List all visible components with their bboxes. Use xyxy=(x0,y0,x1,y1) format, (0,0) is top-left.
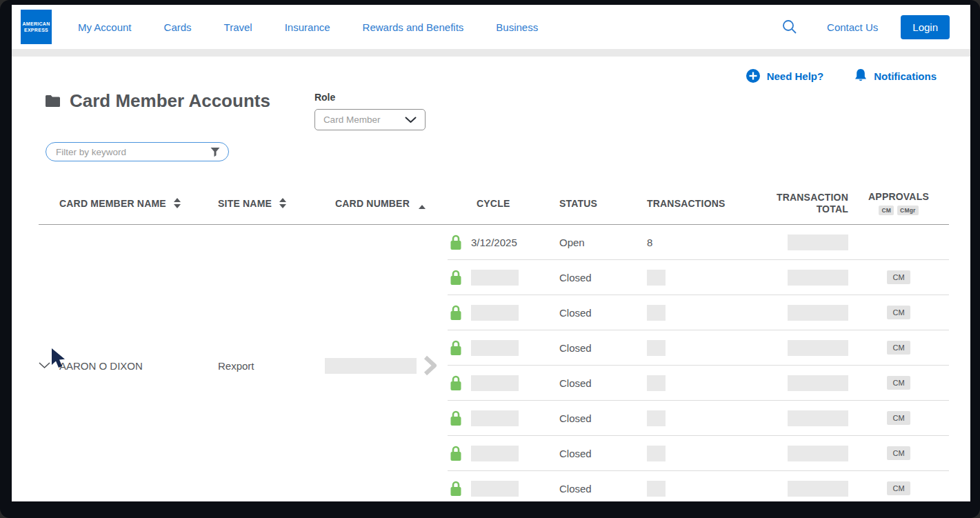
redacted-value xyxy=(471,481,519,497)
lock-cell xyxy=(448,269,471,286)
header-site-name-label: SITE NAME xyxy=(218,198,272,209)
header-approvals-label: APPROVALS xyxy=(848,191,949,202)
expand-chevron-icon[interactable] xyxy=(39,362,50,369)
approvals-cell: CM xyxy=(848,341,949,355)
nav-link[interactable]: Rewards and Benefits xyxy=(363,21,464,33)
role-select[interactable]: Card Member xyxy=(314,109,426,130)
account-card-number-cell xyxy=(325,355,448,376)
redacted-value xyxy=(471,410,519,426)
statement-row[interactable]: Closed CM xyxy=(448,330,949,366)
transaction-total-cell xyxy=(732,446,848,461)
transaction-total-cell xyxy=(732,235,848,250)
redacted-value xyxy=(647,340,666,356)
redacted-value xyxy=(647,270,666,286)
utility-bar: Need Help? Notifications xyxy=(12,57,970,83)
screenshot-frame: AMERICAN EXPRESS My AccountCardsTravelIn… xyxy=(0,0,980,518)
status-cell: Closed xyxy=(559,483,647,495)
status-cell: Closed xyxy=(559,307,647,319)
redacted-value xyxy=(788,340,848,356)
redacted-value xyxy=(471,305,519,321)
transactions-cell xyxy=(647,305,732,321)
cycle-cell xyxy=(471,410,559,426)
page-title-text: Card Member Accounts xyxy=(70,90,270,112)
account-site-cell: Rexport xyxy=(218,360,325,372)
nav-link[interactable]: Business xyxy=(496,21,538,33)
approvals-cell: CM xyxy=(848,411,949,425)
lock-icon xyxy=(450,304,462,321)
redacted-value xyxy=(647,410,666,426)
header-cycle: CYCLE xyxy=(471,198,559,209)
statement-row[interactable]: 3/12/2025 Open 8 xyxy=(448,225,949,260)
legend-cm-badge: CM xyxy=(879,206,894,215)
login-button[interactable]: Login xyxy=(901,15,950,39)
cycle-cell xyxy=(471,375,559,391)
transactions-cell xyxy=(647,340,732,356)
lock-icon xyxy=(450,234,462,250)
redacted-value xyxy=(471,340,519,356)
nav-link[interactable]: Cards xyxy=(164,21,192,33)
account-row: AARON O DIXON Rexport xyxy=(39,225,448,501)
role-filter-group: Role Card Member xyxy=(314,90,426,130)
lock-cell xyxy=(448,445,471,461)
funnel-icon[interactable] xyxy=(210,146,221,157)
nav-divider xyxy=(12,49,970,57)
statement-row[interactable]: Closed CM xyxy=(448,295,949,330)
redacted-value xyxy=(471,375,519,391)
chevron-right-icon[interactable] xyxy=(421,355,439,376)
redacted-value xyxy=(788,235,848,250)
approvals-cell: CM xyxy=(848,481,949,495)
sort-icon-card-member-name[interactable] xyxy=(174,198,181,208)
search-icon[interactable] xyxy=(781,18,799,36)
lock-icon xyxy=(450,480,462,497)
lock-icon xyxy=(450,339,462,356)
accounts-table: CARD MEMBER NAME SITE NAME CARD NUMBER xyxy=(39,191,949,501)
sort-icon-site-name[interactable] xyxy=(279,198,286,208)
lock-cell xyxy=(448,304,471,321)
nav-links: My AccountCardsTravelInsuranceRewards an… xyxy=(78,21,570,33)
need-help-label: Need Help? xyxy=(767,70,824,82)
statement-rows: 3/12/2025 Open 8 Closed CM Closed CM xyxy=(448,225,949,501)
need-help-link[interactable]: Need Help? xyxy=(746,68,824,83)
lock-icon xyxy=(450,375,462,391)
nav-link[interactable]: Travel xyxy=(224,21,252,33)
folder-icon xyxy=(45,94,61,108)
redacted-value xyxy=(647,446,666,461)
nav-link[interactable]: My Account xyxy=(78,21,132,33)
sort-asc-icon-card-number[interactable] xyxy=(419,194,426,205)
statement-row[interactable]: Closed CM xyxy=(448,436,949,471)
table-body: AARON O DIXON Rexport 3/12/2025 Ope xyxy=(39,225,949,501)
contact-us-link[interactable]: Contact Us xyxy=(827,21,878,33)
nav-link[interactable]: Insurance xyxy=(285,21,330,33)
redacted-value xyxy=(647,305,666,321)
redacted-value xyxy=(788,446,848,461)
transactions-cell xyxy=(647,446,732,461)
approvals-cell: CM xyxy=(848,270,949,284)
title-row: Card Member Accounts Role Card Member xyxy=(12,83,970,130)
status-cell: Closed xyxy=(559,448,647,459)
header-transactions: TRANSACTIONS xyxy=(647,198,732,209)
role-selected-value: Card Member xyxy=(323,114,381,125)
statement-row[interactable]: Closed CM xyxy=(448,471,949,501)
chevron-down-icon xyxy=(405,117,417,123)
keyword-filter-input[interactable] xyxy=(56,147,210,157)
keyword-filter[interactable] xyxy=(46,142,229,161)
transaction-total-cell xyxy=(732,410,848,426)
cycle-cell xyxy=(471,481,559,497)
cycle-cell xyxy=(471,270,559,286)
statement-row[interactable]: Closed CM xyxy=(448,260,949,295)
statement-row[interactable]: Closed CM xyxy=(448,401,949,436)
notifications-link[interactable]: Notifications xyxy=(854,68,937,83)
amex-logo[interactable]: AMERICAN EXPRESS xyxy=(21,10,52,44)
status-cell: Open xyxy=(559,237,647,248)
transactions-cell xyxy=(647,481,732,497)
transactions-cell xyxy=(647,410,732,426)
status-cell: Closed xyxy=(559,412,647,424)
status-cell: Closed xyxy=(559,377,647,389)
lock-cell xyxy=(448,410,471,426)
statement-row[interactable]: Closed CM xyxy=(448,366,949,401)
amex-logo-line1: AMERICAN xyxy=(22,21,50,27)
cycle-cell xyxy=(471,305,559,321)
redacted-value xyxy=(788,270,848,286)
approval-badge: CM xyxy=(887,411,910,425)
redacted-value xyxy=(647,481,666,497)
